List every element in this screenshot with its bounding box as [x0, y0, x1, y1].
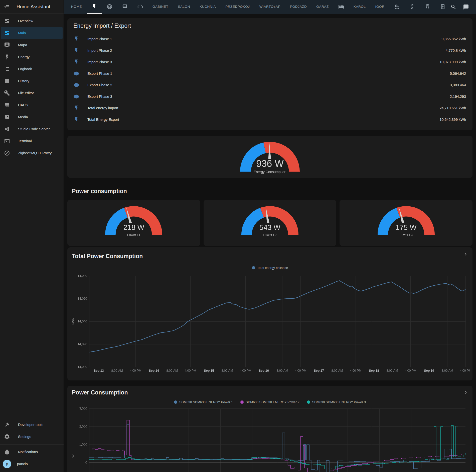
- sidebar-item[interactable]: Overview: [1, 15, 63, 27]
- nav-tab-label: GABINET: [152, 5, 168, 9]
- sidebar-item[interactable]: Settings: [1, 431, 63, 443]
- nav-tab-label: WIARTOŁAP: [259, 5, 280, 9]
- account-card-icon: [4, 42, 10, 48]
- sidebar-item[interactable]: Energy: [1, 51, 63, 63]
- flash-icon: [4, 54, 10, 60]
- sidebar-item[interactable]: Logbook: [1, 63, 63, 75]
- chart-box-icon: [4, 78, 10, 84]
- bath-icon: [394, 4, 400, 10]
- legend-item[interactable]: SDM630 SDM630 ENERGY Power 3: [307, 400, 366, 404]
- nav-tab[interactable]: [132, 0, 148, 14]
- sidebar-item-label: History: [18, 79, 29, 83]
- sidebar-item[interactable]: Developer tools: [1, 419, 63, 431]
- sidebar-item-label: Main: [18, 31, 26, 35]
- entity-rows: Import Phase 1 9,865.852 kWh Import Phas…: [73, 33, 466, 125]
- sidebar-item-label: Overview: [18, 19, 33, 23]
- chevron-right-icon[interactable]: [463, 390, 468, 395]
- console-icon: [4, 138, 10, 144]
- nav-tab[interactable]: [420, 0, 435, 14]
- legend-label: SDM630 SDM630 ENERGY Power 1: [179, 400, 233, 404]
- nav-tab[interactable]: [334, 0, 349, 14]
- legend-item[interactable]: SDM630 SDM630 ENERGY Power 1: [174, 400, 233, 404]
- flash-icon: [73, 48, 79, 54]
- sidebar-item-label: Energy: [18, 55, 30, 59]
- search-icon[interactable]: [450, 4, 456, 10]
- entity-row[interactable]: Total Energy Export 10,642.399 kWh: [73, 114, 466, 125]
- entity-row[interactable]: Export Phase 3 2,194.293: [73, 91, 466, 102]
- sidebar-item[interactable]: Terminal: [1, 135, 63, 147]
- entity-row[interactable]: Import Phase 3 10,073.999 kWh: [73, 56, 466, 68]
- nav-tab-label: KUCHNIA: [200, 5, 216, 9]
- sidebar-item[interactable]: HACS HACS: [1, 99, 63, 111]
- gauge-label: Energy Consumption: [254, 170, 286, 174]
- nav-tab[interactable]: [117, 0, 132, 14]
- nav-tab[interactable]: [435, 0, 450, 14]
- entity-value: 4,770.8 kWh: [446, 49, 466, 53]
- nav-tab-label: KAROL: [354, 5, 366, 9]
- total-power-consumption-chart[interactable]: [67, 272, 470, 377]
- sidebar-item-notifications[interactable]: Notifications: [1, 446, 63, 458]
- sidebar-toggle-icon[interactable]: [4, 4, 10, 10]
- nav-tab[interactable]: GARAŻ: [311, 0, 334, 14]
- flash-icon: [73, 117, 79, 123]
- sidebar-item-user[interactable]: p pancio: [1, 458, 63, 470]
- sidebar-item[interactable]: Main: [1, 27, 63, 39]
- view-tabs: HOME GABINET SAL: [66, 0, 450, 14]
- flash-icon: [73, 36, 79, 42]
- power-consumption-card: Power Consumption SDM630 SDM630 ENERGY P…: [67, 386, 472, 472]
- nav-tab[interactable]: IGOR: [371, 0, 389, 14]
- entity-value: 10,073.999 kWh: [439, 60, 466, 64]
- entity-value: 3,383.464: [450, 83, 466, 87]
- entity-row[interactable]: Export Phase 1 5,064.642: [73, 68, 466, 79]
- sidebar-item[interactable]: Media: [1, 111, 63, 123]
- wrench-icon: [4, 90, 10, 96]
- nav-tab[interactable]: KUCHNIA: [195, 0, 221, 14]
- nav-tab[interactable]: PODJAZD: [285, 0, 311, 14]
- nav-tab[interactable]: PRZEDPOKÓJ: [221, 0, 255, 14]
- power-l2-gauge-card[interactable]: 543 W Power L2: [204, 200, 337, 246]
- eye-icon: [73, 71, 79, 77]
- nav-tab[interactable]: [389, 0, 405, 14]
- sidebar-item-label: Mapa: [18, 43, 27, 47]
- sidebar-item[interactable]: Mapa: [1, 39, 63, 51]
- entity-row[interactable]: Total energy import 24,710.651 kWh: [73, 102, 466, 114]
- entity-name: Export Phase 1: [87, 72, 112, 76]
- nav-tab[interactable]: [87, 0, 102, 14]
- nav-tab[interactable]: HOME: [66, 0, 87, 14]
- sidebar-item[interactable]: Zigbee2MQTT Proxy: [1, 147, 63, 159]
- nav-tab[interactable]: [405, 0, 420, 14]
- power-l1-gauge-card[interactable]: 218 W Power L1: [67, 200, 200, 246]
- sidebar-item[interactable]: History: [1, 75, 63, 87]
- power-l3-gauge-card[interactable]: 175 W Power L3: [340, 200, 472, 246]
- assist-chat-icon[interactable]: [463, 4, 469, 10]
- entity-row[interactable]: Import Phase 2 4,770.8 kWh: [73, 45, 466, 56]
- nav-tab-label: SALON: [178, 5, 190, 9]
- nav-tab[interactable]: SALON: [173, 0, 195, 14]
- bed-icon: [338, 4, 344, 10]
- nav-tab[interactable]: WIARTOŁAP: [255, 0, 285, 14]
- view-dashboard-icon: [4, 18, 10, 24]
- sidebar-item-label: Terminal: [18, 139, 32, 143]
- gauge-value: 543 W: [259, 223, 280, 232]
- app-title: Home Assistant: [17, 4, 50, 10]
- entity-row[interactable]: Import Phase 1 9,865.852 kWh: [73, 33, 466, 45]
- sidebar-item[interactable]: File editor: [1, 87, 63, 99]
- energy-consumption-gauge-card[interactable]: 936 W Energy Consumption: [67, 136, 472, 178]
- power-consumption-chart[interactable]: [67, 406, 470, 472]
- chevron-right-icon[interactable]: [463, 251, 468, 257]
- entity-row[interactable]: Export Phase 2 3,383.464: [73, 79, 466, 91]
- chart-title: Power Consumption: [67, 389, 472, 396]
- sidebar-item-label: Settings: [18, 435, 31, 439]
- legend-item[interactable]: SDM630 SDM630 ENERGY Power 2: [240, 400, 299, 404]
- sidebar-item[interactable]: Studio Code Server: [1, 123, 63, 135]
- nav-tab[interactable]: [102, 0, 117, 14]
- legend-item[interactable]: Total energy ballance: [252, 266, 288, 270]
- hammer-icon: [4, 422, 10, 428]
- nav-tab[interactable]: KAROL: [349, 0, 371, 14]
- svg-text:HACS: HACS: [5, 106, 9, 108]
- eye-icon: [73, 82, 79, 88]
- zigbee-icon: [4, 150, 10, 156]
- nav-tab-label: GARAŻ: [316, 5, 329, 9]
- nav-tab-label: HOME: [71, 5, 82, 9]
- nav-tab[interactable]: GABINET: [148, 0, 173, 14]
